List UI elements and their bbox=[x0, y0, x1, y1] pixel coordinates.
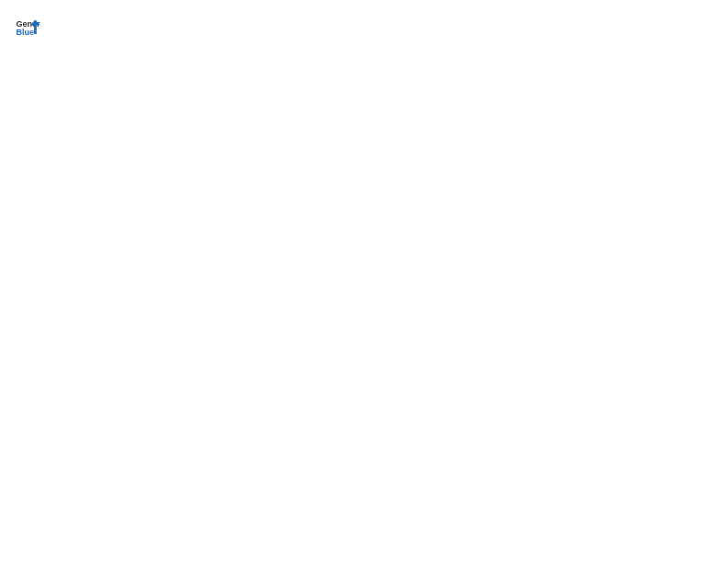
logo: General Blue bbox=[15, 15, 48, 40]
logo-icon: General Blue bbox=[15, 15, 40, 40]
svg-text:Blue: Blue bbox=[16, 28, 34, 37]
page-header: General Blue bbox=[15, 15, 713, 40]
